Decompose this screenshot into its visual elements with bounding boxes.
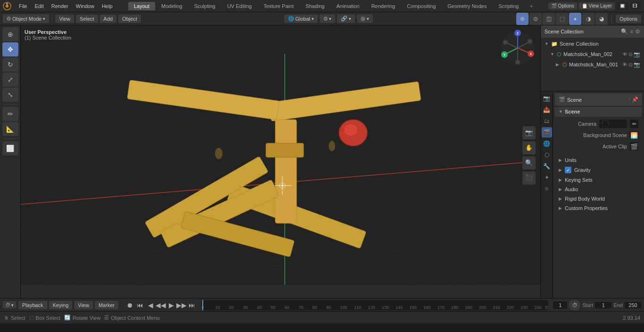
menu-render[interactable]: Render xyxy=(48,2,72,10)
prop-icon-world[interactable]: 🌐 xyxy=(542,138,552,149)
jump-start-button[interactable]: ⏮ xyxy=(135,300,145,310)
cursor-tool[interactable]: ⊕ xyxy=(2,27,18,41)
zoom-tool[interactable]: 🔍 xyxy=(522,156,536,170)
toggle-panel-tool[interactable]: ⬛ xyxy=(522,171,536,185)
select-status[interactable]: 🖱 Select xyxy=(4,315,25,321)
tab-sculpting[interactable]: Sculpting xyxy=(189,2,221,10)
menu-edit[interactable]: Edit xyxy=(31,2,48,10)
units-section[interactable]: ▶ Units xyxy=(555,155,642,165)
wireframe-mode[interactable]: ⬚ xyxy=(556,13,568,25)
render-anim-button[interactable]: 🎞 xyxy=(630,2,640,9)
visibility-icon-001[interactable]: 👁 xyxy=(622,62,627,68)
outliner-scene-collection[interactable]: ▼ 📁 Scene Collection xyxy=(541,39,644,49)
viewport-gizmos-toggle[interactable]: ⊕ xyxy=(516,13,528,25)
camera-value[interactable] xyxy=(599,120,627,128)
start-frame-input[interactable]: 1 xyxy=(595,302,611,308)
tab-scripting[interactable]: Scripting xyxy=(493,2,524,10)
box-select-status[interactable]: ⬚ Box Select xyxy=(29,315,61,321)
add-menu[interactable]: Add xyxy=(100,15,117,23)
menu-help[interactable]: Help xyxy=(98,2,116,10)
navigation-gizmo[interactable]: Z X Y xyxy=(499,29,537,67)
annotate-tool[interactable]: ✏ xyxy=(2,107,18,121)
tab-rendering[interactable]: Rendering xyxy=(365,2,401,10)
keying-menu[interactable]: Keying xyxy=(49,301,73,309)
add-cube-tool[interactable]: ⬜ xyxy=(2,141,18,155)
play-reverse-button[interactable]: ◀◀ xyxy=(156,300,165,310)
camera-view-tool[interactable]: 📷 xyxy=(522,126,536,139)
end-frame-input[interactable]: 250 xyxy=(625,302,641,308)
visibility-icon-002[interactable]: 👁 xyxy=(622,51,627,57)
viewport-overlays-toggle[interactable]: ⊙ xyxy=(529,13,542,25)
active-clip-icon[interactable]: 🎬 xyxy=(630,142,638,151)
record-button[interactable]: ⏺ xyxy=(125,300,134,310)
marker-menu[interactable]: Marker xyxy=(95,301,118,309)
render-icon-002[interactable]: 📷 xyxy=(634,51,640,57)
view-layer-selector[interactable]: 📋 View Layer xyxy=(579,2,615,9)
menu-window[interactable]: Window xyxy=(72,2,98,10)
gravity-section[interactable]: ▶ ✓ Gravity xyxy=(555,165,642,175)
menu-file[interactable]: File xyxy=(15,2,31,10)
tab-compositing[interactable]: Compositing xyxy=(401,2,441,10)
outliner-filter-type-icon[interactable]: ⚙ xyxy=(635,28,640,35)
mode-selector[interactable]: ⊙ Object Mode ▾ xyxy=(3,14,49,23)
viewport-3d-area[interactable]: User Perspective (1) Scene Collection Z … xyxy=(21,25,540,285)
options-menu[interactable]: Options xyxy=(616,15,641,23)
outliner-item-matchstick-002[interactable]: ▼ ⬡ Matchstick_Man_002 👁 ⊙ 📷 xyxy=(541,49,644,59)
prev-frame-button[interactable]: ◀ xyxy=(146,300,155,310)
snap-toggle[interactable]: 🔗 ▾ xyxy=(337,14,355,23)
jump-end-button[interactable]: ⏭ xyxy=(187,300,197,310)
measure-tool[interactable]: 📐 xyxy=(2,122,18,136)
rotate-view-status[interactable]: 🔄 Rotate View xyxy=(64,315,100,321)
select-icon-001[interactable]: ⊙ xyxy=(628,62,633,68)
tab-texture-paint[interactable]: Texture Paint xyxy=(258,2,299,10)
add-workspace-button[interactable]: + xyxy=(527,1,536,11)
proportional-edit[interactable]: ◎ ▾ xyxy=(357,14,373,23)
xray-toggle[interactable]: ◫ xyxy=(543,13,555,25)
background-scene-icon[interactable]: 🌅 xyxy=(630,131,638,139)
audio-section[interactable]: ▶ Audio xyxy=(555,185,642,194)
outliner-sort-icon[interactable]: ≡ xyxy=(630,28,633,35)
tab-shading[interactable]: Shading xyxy=(300,2,330,10)
prop-icon-object[interactable]: ⬡ xyxy=(542,150,552,160)
keying-sets-section[interactable]: ▶ Keying Sets xyxy=(555,175,642,185)
gravity-checkbox[interactable]: ✓ xyxy=(565,167,571,173)
tab-uv-editing[interactable]: UV Editing xyxy=(222,2,257,10)
select-icon-002[interactable]: ⊙ xyxy=(628,51,633,57)
pan-tool[interactable]: ✋ xyxy=(522,141,536,154)
tab-layout[interactable]: Layout xyxy=(128,2,155,10)
playback-menu[interactable]: Playback xyxy=(18,301,47,309)
prop-icon-scene[interactable]: 🎬 xyxy=(542,127,552,138)
material-preview[interactable]: ◑ xyxy=(582,13,594,25)
keyframe-dot[interactable]: ⏱ xyxy=(569,300,580,311)
scale-tool[interactable]: ⤢ xyxy=(2,73,18,87)
tab-animation[interactable]: Animation xyxy=(330,2,365,10)
outliner-item-matchstick-001[interactable]: ▶ ⬡ Matchstick_Man_001 👁 ⊙ 📷 xyxy=(541,59,644,70)
play-button[interactable]: ▶ xyxy=(166,300,176,310)
prop-icon-output[interactable]: 📤 xyxy=(542,105,552,115)
prop-icon-modifier[interactable]: 🔧 xyxy=(542,161,552,171)
tab-modeling[interactable]: Modeling xyxy=(156,2,188,10)
prop-pin-icon[interactable]: 📌 xyxy=(632,97,638,103)
3d-viewport[interactable]: User Perspective (1) Scene Collection Z … xyxy=(21,25,540,298)
context-menu-status[interactable]: ☰ Object Context Menu xyxy=(104,315,159,321)
render-icon-001[interactable]: 📷 xyxy=(634,62,640,68)
outliner-filter-icon[interactable]: 🔍 xyxy=(621,28,628,35)
view-menu[interactable]: View xyxy=(55,15,74,23)
scene-selector[interactable]: 🎬 Options xyxy=(548,2,577,9)
select-menu[interactable]: Select xyxy=(76,15,98,23)
prop-icon-particles[interactable]: ✦ xyxy=(542,172,552,183)
object-menu[interactable]: Object xyxy=(118,15,141,23)
solid-mode[interactable]: ● xyxy=(569,13,581,25)
transform-tool[interactable]: ⤡ xyxy=(2,88,18,102)
move-tool[interactable]: ✥ xyxy=(2,42,18,57)
prop-icon-render[interactable]: 📷 xyxy=(542,93,552,104)
frame-ruler[interactable]: 0 10 20 30 40 50 60 70 80 90 100 110 120… xyxy=(201,300,548,310)
timeline-mode-selector[interactable]: ⏱▾ xyxy=(3,301,17,308)
tab-geometry-nodes[interactable]: Geometry Nodes xyxy=(442,2,492,10)
view-timeline-menu[interactable]: View xyxy=(74,301,93,309)
rigid-body-world-section[interactable]: ▶ Rigid Body World xyxy=(555,194,642,203)
next-frame-button[interactable]: ▶▶ xyxy=(177,300,186,310)
prop-icon-view-layer[interactable]: 🗂 xyxy=(542,116,552,126)
rendered-mode[interactable]: ◕ xyxy=(595,13,608,25)
custom-properties-section[interactable]: ▶ Custom Properties xyxy=(555,203,642,213)
